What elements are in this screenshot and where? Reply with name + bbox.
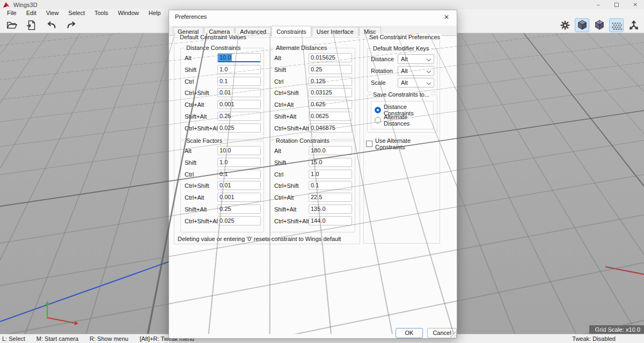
constraint-value-input[interactable]: 0.001 <box>217 100 261 109</box>
constraint-value-input[interactable]: 0.01 <box>217 88 261 97</box>
undo-button[interactable] <box>44 18 58 32</box>
constraint-key-label: Ctrl+Alt <box>185 101 204 108</box>
resize-grip[interactable] <box>450 332 456 337</box>
constraint-value-input[interactable]: 15.0 <box>309 158 352 167</box>
constraint-row: Ctrl+Shift 0.1 <box>270 181 355 193</box>
constraint-value-input[interactable]: 0.1 <box>217 77 261 86</box>
ok-button[interactable]: OK <box>396 328 423 338</box>
menu-item[interactable]: Window <box>113 9 144 17</box>
constraint-value-input[interactable]: 0.025 <box>217 123 261 133</box>
minimize-button[interactable]: – <box>597 0 600 9</box>
redo-button[interactable] <box>64 18 78 32</box>
preferences-gear-button[interactable] <box>558 18 572 32</box>
shaded-cube-button[interactable] <box>575 18 589 32</box>
constraint-value-input[interactable]: 0.25 <box>217 205 261 214</box>
constraint-key-label: Shift+Alt <box>274 113 296 120</box>
tweak-status: Tweak: Disabled <box>572 334 616 343</box>
radio-list: Distance Constraints Alternate Distances <box>371 101 434 129</box>
constraint-value-input[interactable]: 0.001 <box>217 193 261 202</box>
constraint-value-input[interactable]: 0.0625 <box>309 112 352 121</box>
constraint-value-input[interactable]: 0.025 <box>217 216 261 225</box>
use-alternate-constraints-option[interactable]: Use Alternate Constraints <box>366 137 440 150</box>
group-label: Default Constraint Values <box>178 34 248 40</box>
constraint-value-input[interactable]: 135.0 <box>309 205 352 214</box>
constraint-row: Ctrl+Shift 0.01 <box>181 181 264 193</box>
open-file-button[interactable] <box>4 18 19 32</box>
constraint-row: Ctrl 1.0 <box>270 170 355 181</box>
constraint-value-input[interactable]: 10.0 <box>217 53 261 62</box>
import-file-button[interactable] <box>24 18 39 32</box>
constraint-row: Shift 0.25 <box>270 65 355 77</box>
radio-icon[interactable] <box>375 107 381 113</box>
constraint-value-input[interactable]: 0.015625 <box>309 53 352 62</box>
constraint-value-text: 0.001 <box>218 100 235 108</box>
constraint-value-input[interactable]: 0.25 <box>217 112 261 121</box>
rotation-constraints-group: Rotation Constraints Alt 180.0 Shift 15.… <box>270 141 355 232</box>
constraint-row: Ctrl+Alt 0.625 <box>270 100 355 112</box>
constraint-row: Shift+Alt 0.0625 <box>270 112 355 123</box>
modifier-select[interactable]: Alt <box>398 66 434 76</box>
group-label: Save Constraints to... <box>371 91 431 98</box>
mouse-hints: L: SelectM: Start cameraR: Show menu[Alt… <box>2 334 194 343</box>
default-modifier-keys-group: Default Modifier Keys Distance Alt Rotat… <box>367 48 437 92</box>
world-axes-button[interactable] <box>626 18 641 32</box>
redo-arrow-icon <box>65 19 77 31</box>
constraint-value-text: 144.0 <box>309 217 326 225</box>
constraint-value-input[interactable]: 0.25 <box>309 65 352 74</box>
constraint-value-input[interactable]: 10.0 <box>217 146 261 155</box>
constraint-key-label: Alt <box>274 55 281 61</box>
constraint-value-input[interactable]: 0.125 <box>309 77 352 86</box>
scale-factors-group: Scale Factors Alt 10.0 Shift 1.0 <box>180 141 264 232</box>
constraint-row: Ctrl+Shift 0.03125 <box>270 88 355 100</box>
constraint-value-input[interactable]: 0.625 <box>309 100 352 109</box>
close-window-button[interactable]: ✕ <box>633 0 638 9</box>
checkbox-icon[interactable] <box>366 141 372 147</box>
constraint-row: Ctrl 0.1 <box>181 77 264 89</box>
constraint-value-input[interactable]: 1.0 <box>309 170 352 179</box>
constraint-value-input[interactable]: 0.03125 <box>309 88 352 97</box>
menu-item[interactable]: File <box>2 9 21 17</box>
constraint-value-input[interactable]: 144.0 <box>309 216 352 225</box>
dialog-tab[interactable]: Constraints <box>272 26 311 37</box>
dialog-close-icon[interactable]: ✕ <box>442 12 451 22</box>
constraint-value-input[interactable]: 180.0 <box>309 146 352 155</box>
dialog-title-bar[interactable]: Preferences ✕ <box>169 10 457 25</box>
constraint-value-text: 135.0 <box>309 205 326 213</box>
constraint-value-text: 1.0 <box>218 65 228 74</box>
modifier-select[interactable]: Alt <box>398 54 434 64</box>
modifier-select[interactable]: Alt <box>398 78 434 87</box>
grid-scale-badge: Grid Scale: x10.0 <box>589 325 644 334</box>
constraint-value-input[interactable]: 0.046875 <box>309 123 352 133</box>
axes-arrows-icon <box>628 19 640 31</box>
radio-icon[interactable] <box>375 117 381 123</box>
constraint-key-label: Ctrl+Shift <box>274 90 299 96</box>
constraint-value-input[interactable]: 0.01 <box>217 181 261 190</box>
modifier-key-label: Distance <box>371 56 394 62</box>
constraint-value-text: 10.0 <box>218 147 231 155</box>
constraint-value-input[interactable]: 22.5 <box>309 193 352 202</box>
constraint-key-label: Ctrl <box>274 171 283 178</box>
radio-option[interactable]: Alternate Distances <box>371 115 433 125</box>
modifier-selected-value: Alt <box>398 78 408 87</box>
constraint-value-input[interactable]: 1.0 <box>217 65 261 74</box>
menu-item[interactable]: Select <box>63 9 90 17</box>
constraint-value-text: 0.01 <box>218 89 231 97</box>
constraint-value-input[interactable]: 0.1 <box>309 181 352 190</box>
menu-item[interactable]: Tools <box>90 9 113 17</box>
constraint-row: Ctrl+Shift+Alt 144.0 <box>270 216 355 228</box>
menu-item[interactable]: Edit <box>21 9 41 17</box>
dialog-tab[interactable]: User Interface <box>312 27 358 36</box>
constraint-key-label: Shift <box>185 67 196 73</box>
constraint-value-input[interactable]: 1.0 <box>217 158 261 167</box>
constraint-value-text: 0.025 <box>218 217 235 225</box>
menu-item[interactable]: Help <box>144 9 166 17</box>
gear-icon <box>559 19 571 31</box>
constraint-key-label: Ctrl+Shift+Alt <box>274 125 309 132</box>
constraint-key-label: Ctrl <box>185 78 194 85</box>
menu-item[interactable]: View <box>41 9 64 17</box>
smooth-preview-button[interactable] <box>609 18 624 32</box>
maximize-button[interactable] <box>614 3 619 7</box>
wireframe-cube-button[interactable] <box>592 18 606 32</box>
constraint-value-input[interactable]: 0.1 <box>217 170 261 179</box>
constraint-value-text: 15.0 <box>309 158 322 166</box>
